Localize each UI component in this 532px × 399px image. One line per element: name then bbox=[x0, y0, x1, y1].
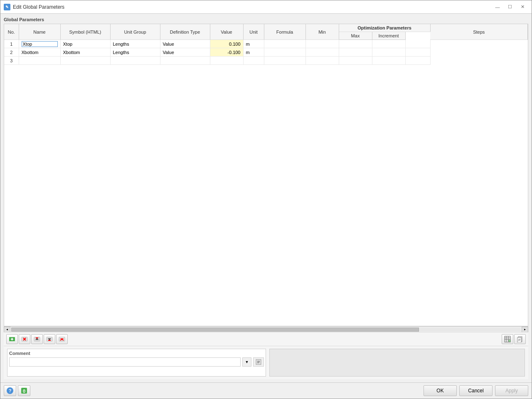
horizontal-scrollbar[interactable]: ◂ ▸ bbox=[4, 326, 528, 332]
cell-formula bbox=[264, 40, 305, 48]
col-header-value: Value bbox=[210, 24, 243, 40]
maximize-button[interactable]: ☐ bbox=[504, 3, 516, 11]
cell-unit bbox=[243, 57, 264, 65]
move-down-button[interactable] bbox=[44, 334, 55, 344]
col-header-formula: Formula bbox=[264, 24, 305, 40]
cell-symbol bbox=[60, 57, 110, 65]
cell-symbol: Xbottom bbox=[60, 48, 110, 57]
comment-label: Comment bbox=[9, 351, 264, 356]
parameters-table-container: No. Name Symbol (HTML) Unit Group Defini… bbox=[4, 24, 528, 326]
cell-unitgroup: Lengths bbox=[110, 40, 160, 48]
cell-max bbox=[339, 48, 372, 57]
comment-input-row: ▼ bbox=[9, 357, 264, 367]
col-header-name: Name bbox=[19, 24, 60, 40]
cell-increment bbox=[372, 40, 405, 48]
col-header-symbol: Symbol (HTML) bbox=[60, 24, 110, 40]
cancel-button[interactable]: Cancel bbox=[459, 385, 493, 396]
cell-value[interactable]: -0.100 bbox=[210, 48, 243, 57]
col-header-increment: Increment bbox=[372, 32, 405, 40]
section-label: Global Parameters bbox=[4, 17, 528, 22]
cell-formula bbox=[264, 57, 305, 65]
cell-steps bbox=[405, 48, 430, 57]
col-header-no: No. bbox=[4, 24, 19, 40]
parameters-table: No. Name Symbol (HTML) Unit Group Defini… bbox=[4, 24, 528, 65]
cell-no: 2 bbox=[4, 48, 19, 57]
cell-max bbox=[339, 57, 372, 65]
apply-button[interactable]: Apply bbox=[495, 385, 528, 396]
bottom-bar: ? 0 , OK Cancel Apply bbox=[0, 382, 532, 399]
cell-formula bbox=[264, 48, 305, 57]
svg-text:?: ? bbox=[9, 388, 12, 393]
info-button[interactable]: 0 , bbox=[18, 385, 30, 396]
window-title: Edit Global Parameters bbox=[13, 4, 492, 10]
cell-symbol: Xtop bbox=[60, 40, 110, 48]
svg-text:,: , bbox=[24, 387, 25, 391]
cell-steps bbox=[405, 40, 430, 48]
cell-name bbox=[19, 57, 60, 65]
cell-name: Xbottom bbox=[19, 48, 60, 57]
toolbar bbox=[4, 332, 528, 346]
name-input[interactable] bbox=[22, 41, 58, 47]
comment-action-button[interactable] bbox=[253, 357, 264, 367]
title-bar: ✎ Edit Global Parameters — ☐ ✕ bbox=[0, 0, 532, 14]
move-up-button[interactable] bbox=[31, 334, 43, 344]
table-row[interactable]: 2 Xbottom Xbottom Lengths Value -0.100 m bbox=[4, 48, 528, 57]
cell-value bbox=[210, 57, 243, 65]
col-header-unit: Unit bbox=[243, 24, 264, 40]
col-header-unitgroup: Unit Group bbox=[110, 24, 160, 40]
cell-name[interactable] bbox=[19, 40, 60, 48]
cell-unitgroup: Lengths bbox=[110, 48, 160, 57]
cell-steps bbox=[405, 57, 430, 65]
help-button[interactable]: ? bbox=[4, 385, 16, 396]
cell-value[interactable]: 0.100 bbox=[210, 40, 243, 48]
cell-max bbox=[339, 40, 372, 48]
dialog-buttons: OK Cancel Apply bbox=[424, 385, 528, 396]
cell-increment bbox=[372, 48, 405, 57]
clipboard-button[interactable] bbox=[514, 334, 526, 344]
scroll-thumb[interactable] bbox=[11, 328, 419, 332]
delete-row-button[interactable] bbox=[19, 334, 30, 344]
scroll-track[interactable] bbox=[11, 328, 521, 332]
col-header-max: Max bbox=[339, 32, 372, 40]
cell-unitgroup bbox=[110, 57, 160, 65]
cell-min bbox=[305, 57, 339, 65]
col-header-deftype: Definition Type bbox=[160, 24, 210, 40]
comment-dropdown-button[interactable]: ▼ bbox=[242, 357, 251, 367]
cell-unit: m bbox=[243, 40, 264, 48]
window-controls: — ☐ ✕ bbox=[492, 3, 528, 11]
comment-section: Comment ▼ bbox=[7, 349, 266, 377]
comment-area: Comment ▼ bbox=[4, 346, 528, 379]
ok-button[interactable]: OK bbox=[424, 385, 457, 396]
table-row[interactable]: 3 bbox=[4, 57, 528, 65]
cell-no: 3 bbox=[4, 57, 19, 65]
cell-increment bbox=[372, 57, 405, 65]
main-window: ✎ Edit Global Parameters — ☐ ✕ Global Pa… bbox=[0, 0, 532, 399]
minimize-button[interactable]: — bbox=[492, 3, 503, 11]
cell-deftype: Value bbox=[160, 48, 210, 57]
bottom-left-buttons: ? 0 , bbox=[4, 385, 30, 396]
content-area: Global Parameters No. Name Symbol (HTML)… bbox=[0, 14, 532, 382]
col-header-steps: Steps bbox=[430, 24, 528, 40]
cell-unit: m bbox=[243, 48, 264, 57]
add-row-button[interactable] bbox=[6, 334, 18, 344]
cell-no: 1 bbox=[4, 40, 19, 48]
table-row[interactable]: 1 Xtop Lengths Value 0.100 m bbox=[4, 40, 528, 48]
app-icon: ✎ bbox=[4, 4, 10, 10]
col-header-opt-params: Optimization Parameters bbox=[339, 24, 430, 32]
col-header-min: Min bbox=[305, 24, 339, 40]
cell-deftype bbox=[160, 57, 210, 65]
comment-preview bbox=[269, 349, 525, 377]
close-button[interactable]: ✕ bbox=[517, 3, 528, 11]
toolbar-right bbox=[502, 334, 526, 344]
grid-export-button[interactable] bbox=[502, 334, 513, 344]
scroll-left-button[interactable]: ◂ bbox=[4, 327, 10, 332]
cell-deftype: Value bbox=[160, 40, 210, 48]
table-scroll-area[interactable]: No. Name Symbol (HTML) Unit Group Defini… bbox=[4, 24, 528, 326]
cell-min bbox=[305, 48, 339, 57]
svg-rect-15 bbox=[60, 337, 64, 338]
cell-min bbox=[305, 40, 339, 48]
comment-input[interactable] bbox=[9, 357, 241, 367]
scroll-right-button[interactable]: ▸ bbox=[522, 327, 528, 332]
clear-button[interactable] bbox=[56, 334, 68, 344]
